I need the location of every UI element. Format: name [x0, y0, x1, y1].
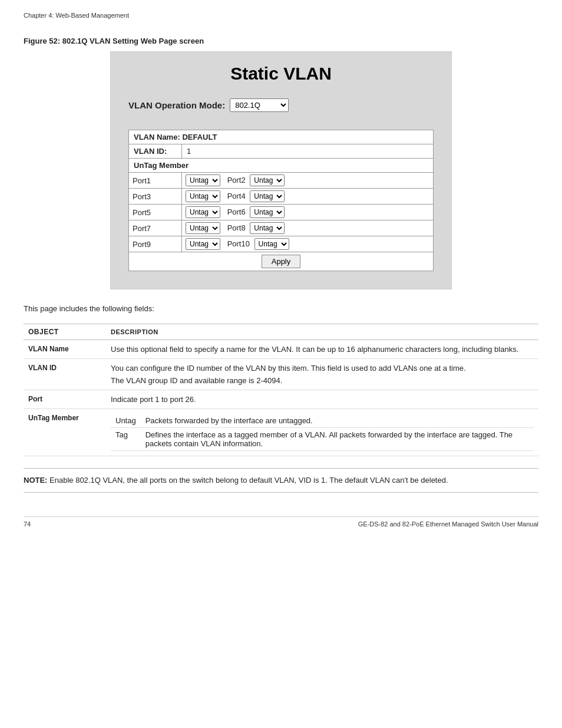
port2-label: Port2 [227, 176, 246, 185]
table-row: VLAN ID You can configure the ID number … [24, 359, 538, 390]
product-name: GE-DS-82 and 82-PoE Ethernet Managed Swi… [358, 521, 538, 528]
row-untag-object: UnTag Member [24, 409, 106, 456]
note-bold: NOTE: [24, 476, 47, 485]
port3-select[interactable]: UntagTag [186, 190, 220, 202]
fields-table: OBJECT DESCRIPTION VLAN Name Use this op… [24, 324, 538, 456]
vlan-name-label: VLAN Name: [134, 133, 180, 141]
port4-select[interactable]: UntagTag [250, 190, 285, 202]
port9-select[interactable]: UntagTag [186, 238, 220, 250]
port7-select[interactable]: UntagTag [186, 222, 220, 234]
vlan-operation-row: VLAN Operation Mode: 802.1Q Port-Based [128, 95, 434, 115]
table-row: VLAN Name Use this optional field to spe… [24, 340, 538, 359]
col-description: DESCRIPTION [106, 324, 538, 340]
vlan-settings-table: VLAN Name: DEFAULT VLAN ID: 1 UnTag Memb… [128, 130, 434, 271]
untag-label: Untag [111, 414, 141, 428]
vlan-name-value: DEFAULT [182, 133, 217, 141]
port7-label: Port7 [129, 220, 182, 236]
port5-select[interactable]: UntagTag [186, 206, 220, 218]
port8-label: Port8 [227, 223, 246, 232]
row-vlan-id-desc: You can configure the ID number of the V… [106, 359, 538, 390]
port2-select[interactable]: UntagTag [250, 174, 285, 186]
vlan-name-row: VLAN Name: DEFAULT [129, 130, 434, 144]
port10-select[interactable]: UntagTag [254, 238, 289, 250]
list-item: Untag Packets forwarded by the interface… [111, 414, 534, 428]
row-vlan-name-desc: Use this optional field to specify a nam… [106, 340, 538, 359]
row-port-object: Port [24, 390, 106, 409]
table-row: Port9 UntagTag Port10 UntagTag [129, 236, 434, 252]
untag-sub-table: Untag Packets forwarded by the interface… [111, 414, 534, 451]
port8-select[interactable]: UntagTag [250, 222, 285, 234]
apply-row: Apply [129, 252, 434, 271]
figure-label: Figure 52: 802.1Q VLAN Setting Web Page … [24, 37, 538, 45]
tag-desc: Defines the interface as a tagged member… [141, 428, 534, 451]
table-row: Port3 UntagTag Port4 UntagTag [129, 189, 434, 205]
port6-label: Port6 [227, 207, 246, 216]
note-text: NOTE: Enable 802.1Q VLAN, the all ports … [24, 475, 538, 486]
port10-label: Port10 [227, 239, 250, 248]
page-title: Static VLAN [128, 64, 434, 84]
port3-label: Port3 [129, 189, 182, 205]
untag-desc: Packets forwarded by the interface are u… [141, 414, 534, 428]
list-item: Tag Defines the interface as a tagged me… [111, 428, 534, 451]
port1-select[interactable]: UntagTag [186, 174, 220, 186]
vlan-operation-select[interactable]: 802.1Q Port-Based [230, 98, 289, 112]
table-row: Port5 UntagTag Port6 UntagTag [129, 205, 434, 220]
table-row: Port7 UntagTag Port8 UntagTag [129, 220, 434, 236]
tag-label: Tag [111, 428, 141, 451]
port4-label: Port4 [227, 192, 246, 200]
row-untag-desc: Untag Packets forwarded by the interface… [106, 409, 538, 456]
col-object: OBJECT [24, 324, 106, 340]
note-section: NOTE: Enable 802.1Q VLAN, the all ports … [24, 468, 538, 493]
row-vlan-id-object: VLAN ID [24, 359, 106, 390]
chapter-header: Chapter 4: Web-Based Management [24, 12, 538, 19]
vlan-id-value: 1 [182, 144, 434, 159]
table-row: UnTag Member Untag Packets forwarded by … [24, 409, 538, 456]
page-number: 74 [24, 521, 31, 528]
table-row: Port1 UntagTag Port2 UntagTag [129, 173, 434, 189]
fields-table-header: OBJECT DESCRIPTION [24, 324, 538, 340]
vlan-id-row: VLAN ID: 1 [129, 144, 434, 159]
untag-member-header-row: UnTag Member [129, 159, 434, 173]
port5-label: Port5 [129, 205, 182, 220]
note-body: Enable 802.1Q VLAN, the all ports on the… [47, 476, 448, 485]
figure-container: Static VLAN VLAN Operation Mode: 802.1Q … [110, 51, 452, 289]
vlan-id-label: VLAN ID: [129, 144, 182, 159]
port9-label: Port9 [129, 236, 182, 252]
vlan-id-desc2: The VLAN group ID and available range is… [111, 376, 534, 385]
untag-member-label: UnTag Member [129, 159, 434, 173]
port1-label: Port1 [129, 173, 182, 189]
row-vlan-name-object: VLAN Name [24, 340, 106, 359]
footer: 74 GE-DS-82 and 82-PoE Ethernet Managed … [24, 516, 538, 528]
vlan-id-desc1: You can configure the ID number of the V… [111, 364, 534, 373]
description-text: This page includes the following fields: [24, 304, 538, 313]
row-port-desc: Indicate port 1 to port 26. [106, 390, 538, 409]
port6-select[interactable]: UntagTag [250, 206, 285, 218]
apply-button[interactable]: Apply [262, 255, 301, 268]
vlan-operation-label: VLAN Operation Mode: [128, 100, 225, 110]
table-row: Port Indicate port 1 to port 26. [24, 390, 538, 409]
